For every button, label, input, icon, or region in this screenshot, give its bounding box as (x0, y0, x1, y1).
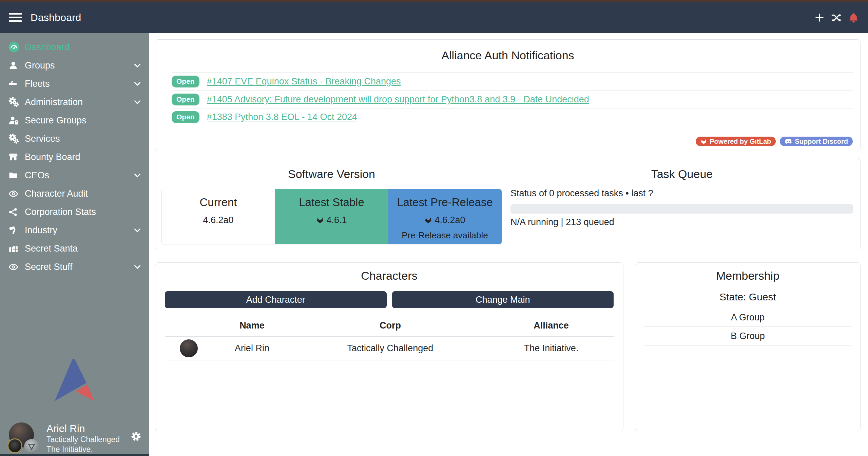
sidebar-item-industry[interactable]: Industry (0, 221, 149, 239)
notifications-panel: Alliance Auth Notifications Open #1407 E… (155, 39, 861, 151)
sidebar-item-label: Dashboard (25, 42, 70, 53)
membership-title: Membership (635, 269, 860, 282)
user-info: Ariel Rin Tactically Challenged The Init… (46, 422, 120, 456)
change-main-button[interactable]: Change Main (392, 291, 614, 308)
task-queue-status: Status of 0 processed tasks • last ? (510, 188, 853, 199)
characters-title: Characters (155, 269, 623, 282)
notifications-title: Alliance Auth Notifications (155, 48, 860, 62)
software-version-title: Software Version (288, 167, 375, 181)
notification-link[interactable]: #1407 EVE Equinox Status - Breaking Chan… (207, 76, 401, 87)
list-item: Open #1405 Advisory: Future development … (172, 90, 853, 108)
gauge-icon (8, 41, 22, 53)
notification-link[interactable]: #1383 Python 3.8 EOL - 14 Oct 2024 (207, 112, 357, 122)
software-version-section: Software Version Current 4.6.2a0 Latest … (155, 158, 508, 250)
version-cell-prerelease: Latest Pre-Release 4.6.2a0 Pre-Release a… (388, 189, 502, 244)
corp-logo (7, 438, 22, 453)
hammer-icon (8, 224, 22, 236)
store-icon (8, 151, 22, 163)
notification-link[interactable]: #1405 Advisory: Future development will … (207, 94, 589, 105)
menu-toggle-icon[interactable] (9, 13, 22, 22)
chevron-down-icon (133, 79, 142, 88)
user-corp: Tactically Challenged (46, 435, 120, 444)
sidebar-item-groups[interactable]: Groups (0, 56, 149, 75)
chevron-down-icon (133, 225, 142, 235)
notifications-bell-icon[interactable] (848, 12, 859, 23)
membership-panel: Membership State: Guest A Group B Group (635, 262, 861, 431)
user-alliance: The Initiative. (46, 444, 120, 454)
sidebar-item-label: Bounty Board (25, 152, 80, 162)
column-header-portrait (165, 316, 212, 337)
sidebar: Dashboard Groups (0, 33, 149, 456)
sidebar-item-label: CEOs (25, 170, 49, 181)
sidebar-item-label: Fleets (25, 79, 50, 89)
page-title: Dashboard (31, 12, 81, 23)
sidebar-item-ceos[interactable]: CEOs (0, 166, 149, 184)
user-icon (8, 60, 22, 71)
plus-icon[interactable] (814, 12, 825, 23)
shuttle-icon (8, 78, 22, 90)
sidebar-item-administration[interactable]: Administration (0, 93, 149, 111)
sidebar-item-label: Groups (25, 60, 55, 71)
status-badge: Open (172, 94, 199, 105)
list-item: A Group (644, 308, 851, 327)
top-navbar: Dashboard (0, 2, 868, 33)
sidebar-item-secret-stuff[interactable]: Secret Stuff (0, 258, 149, 276)
sidebar-item-fleets[interactable]: Fleets (0, 75, 149, 93)
sidebar-item-label: Corporation Stats (25, 207, 96, 217)
notifications-list: Open #1407 EVE Equinox Status - Breaking… (172, 72, 853, 126)
notifications-footer: Powered by GitLab Support Discord (696, 137, 853, 146)
sidebar-item-secret-santa[interactable]: Secret Santa (0, 239, 149, 258)
alliance-logo (24, 439, 39, 454)
character-alliance-cell: The Initiative. (489, 337, 614, 360)
alliance-auth-logo (54, 357, 95, 403)
chevron-down-icon (133, 171, 142, 180)
version-cell-value: 4.6.1 (326, 215, 347, 225)
sidebar-item-label: Services (25, 134, 60, 144)
shuffle-icon[interactable] (831, 12, 842, 23)
sidebar-item-dashboard[interactable]: Dashboard (0, 38, 149, 56)
gitlab-badge-label: Powered by GitLab (710, 138, 771, 145)
sidebar-item-corporation-stats[interactable]: Corporation Stats (0, 203, 149, 221)
list-item: Open #1383 Python 3.8 EOL - 14 Oct 2024 (172, 108, 853, 126)
chevron-down-icon (133, 97, 142, 107)
discord-badge-label: Support Discord (795, 138, 848, 145)
characters-panel: Characters Add Character Change Main Nam… (155, 262, 623, 431)
eye-icon (8, 261, 22, 273)
table-row: Ariel Rin Tactically Challenged The Init… (165, 337, 614, 360)
user-panel: Ariel Rin Tactically Challenged The Init… (0, 418, 149, 456)
share-icon (8, 206, 22, 218)
gitlab-tanuki-icon (316, 216, 324, 224)
version-cell-label: Latest Stable (299, 196, 364, 209)
user-avatar-stack (9, 422, 35, 456)
sidebar-bottom-strip (0, 454, 149, 456)
task-progress-bar (510, 204, 853, 214)
version-cell-label: Latest Pre-Release (397, 196, 493, 209)
add-character-button[interactable]: Add Character (165, 291, 387, 308)
membership-group-list: A Group B Group (644, 308, 851, 345)
version-cell-value: 4.6.2a0 (203, 215, 233, 225)
status-badge: Open (172, 111, 199, 123)
column-header-alliance: Alliance (489, 316, 614, 337)
version-cell-label: Current (199, 196, 237, 209)
eye-icon (8, 188, 22, 199)
gears-icon (8, 96, 22, 108)
sidebar-item-services[interactable]: Services (0, 130, 149, 148)
character-portrait (180, 339, 198, 357)
characters-actions: Add Character Change Main (165, 291, 614, 308)
character-name-cell: Ariel Rin (212, 337, 292, 360)
sidebar-item-label: Secret Stuff (25, 262, 73, 272)
main-content: Alliance Auth Notifications Open #1407 E… (149, 33, 868, 456)
sidebar-item-label: Secure Groups (25, 115, 86, 126)
user-settings-gear-icon[interactable] (131, 431, 141, 442)
sidebar-item-label: Administration (25, 97, 83, 107)
task-queue-section: Task Queue Status of 0 processed tasks •… (508, 158, 860, 250)
discord-badge[interactable]: Support Discord (780, 137, 853, 146)
sidebar-item-character-audit[interactable]: Character Audit (0, 184, 149, 203)
folder-icon (8, 170, 22, 181)
task-queue-counts: N/A running | 213 queued (510, 217, 853, 227)
gitlab-badge[interactable]: Powered by GitLab (696, 137, 776, 146)
sidebar-item-bounty-board[interactable]: Bounty Board (0, 148, 149, 166)
discord-icon (785, 139, 792, 144)
sidebar-item-secure-groups[interactable]: Secure Groups (0, 111, 149, 130)
version-box: Current 4.6.2a0 Latest Stable 4.6.1 Late… (161, 189, 502, 244)
